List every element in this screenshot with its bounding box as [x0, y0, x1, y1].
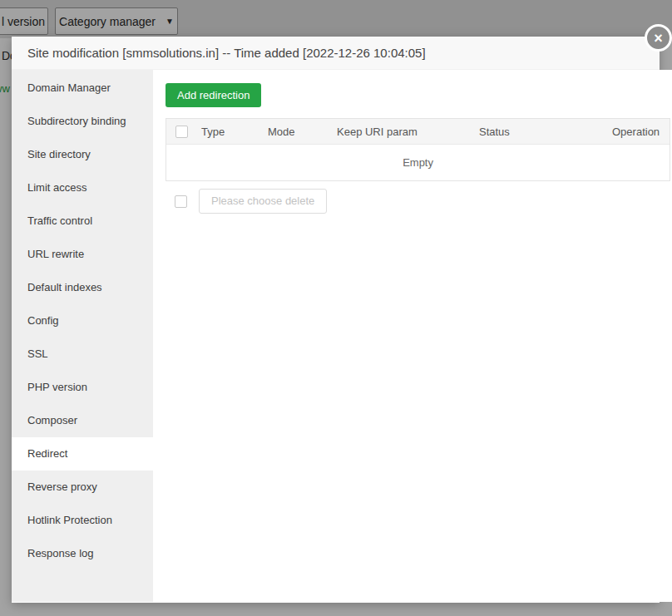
column-header-status: Status: [479, 126, 612, 138]
table-header-checkbox-cell: [166, 126, 201, 138]
sidebar-item-config[interactable]: Config: [12, 304, 153, 338]
column-header-type: Type: [201, 126, 268, 138]
add-redirection-button[interactable]: Add redirection: [166, 83, 261, 107]
modal-body: Domain ManagerSubdirectory bindingSite d…: [12, 70, 660, 602]
empty-label: Empty: [403, 156, 433, 169]
sidebar-item-url-rewrite[interactable]: URL rewrite: [12, 238, 153, 271]
select-all-footer-checkbox[interactable]: [175, 195, 187, 208]
modal-sidebar: Domain ManagerSubdirectory bindingSite d…: [12, 70, 153, 602]
table-header-row: TypeModeKeep URI paramStatusOperation: [166, 119, 670, 145]
sidebar-item-reverse-proxy[interactable]: Reverse proxy: [12, 471, 153, 504]
sidebar-item-site-directory[interactable]: Site directory: [12, 138, 153, 171]
sidebar-item-limit-access[interactable]: Limit access: [12, 171, 153, 205]
sidebar-item-default-indexes[interactable]: Default indexes: [12, 271, 153, 304]
column-header-keep-uri-param: Keep URI param: [337, 126, 479, 138]
delete-selected-button[interactable]: Please choose delete: [199, 189, 327, 214]
sidebar-item-response-log[interactable]: Response log: [12, 537, 153, 570]
close-icon: ×: [654, 31, 663, 46]
table-empty-row: Empty: [166, 145, 670, 180]
sidebar-item-hotlink-protection[interactable]: Hotlink Protection: [12, 504, 153, 537]
sidebar-item-composer[interactable]: Composer: [12, 404, 153, 437]
sidebar-item-domain-manager[interactable]: Domain Manager: [12, 71, 153, 105]
modal-title: Site modification [smmsolutions.in] -- T…: [27, 46, 426, 60]
redirect-panel: Add redirection TypeModeKeep URI paramSt…: [153, 70, 672, 602]
sidebar-item-ssl[interactable]: SSL: [12, 338, 153, 371]
site-modification-modal: Site modification [smmsolutions.in] -- T…: [12, 37, 660, 603]
modal-close-button[interactable]: ×: [645, 24, 672, 52]
select-all-checkbox[interactable]: [175, 126, 188, 138]
sidebar-item-redirect[interactable]: Redirect: [12, 437, 153, 471]
sidebar-item-subdirectory-binding[interactable]: Subdirectory binding: [12, 105, 153, 138]
delete-controls: Please choose delete: [166, 189, 670, 214]
redirections-table: TypeModeKeep URI paramStatusOperation Em…: [166, 118, 670, 181]
sidebar-item-php-version[interactable]: PHP version: [12, 371, 153, 404]
column-header-operation: Operation: [612, 126, 670, 138]
sidebar-item-traffic-control[interactable]: Traffic control: [12, 205, 153, 238]
column-header-mode: Mode: [268, 126, 337, 138]
modal-header: Site modification [smmsolutions.in] -- T…: [12, 37, 660, 70]
